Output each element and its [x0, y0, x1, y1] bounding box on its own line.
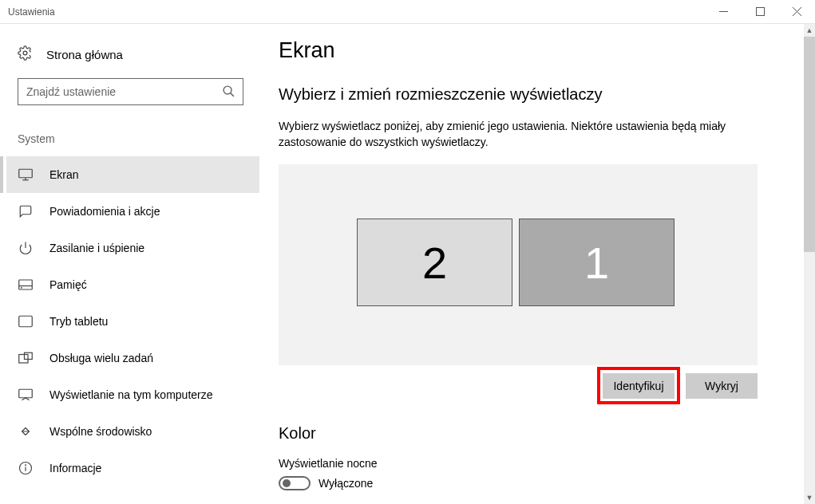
window-title: Ustawienia [0, 6, 55, 18]
toggle-state: Wyłączone [318, 477, 373, 490]
sidebar-item-label: Tryb tabletu [49, 315, 108, 328]
power-icon [18, 240, 34, 256]
sidebar-item-label: Powiadomienia i akcje [49, 205, 160, 218]
svg-line-6 [231, 93, 234, 96]
sidebar-item-wyswietlanie[interactable]: Wyświetlanie na tym komputerze [6, 376, 259, 413]
sidebar-item-label: Ekran [49, 168, 79, 181]
scroll-up-arrow[interactable]: ▲ [804, 24, 815, 37]
svg-point-5 [224, 86, 231, 94]
message-icon [18, 203, 34, 219]
main-content: Ekran Wybierz i zmień rozmieszczenie wyś… [259, 24, 815, 504]
search-icon [222, 85, 235, 100]
display-1[interactable]: 1 [519, 219, 675, 306]
sidebar-item-trybtabletu[interactable]: Tryb tabletu [6, 303, 259, 340]
minimize-button[interactable] [705, 0, 742, 24]
sidebar: Strona główna System Ekran Powiadomienia… [0, 24, 259, 504]
scroll-down-arrow[interactable]: ▼ [804, 491, 815, 504]
svg-point-21 [26, 465, 26, 466]
identify-button[interactable]: Identyfikuj [603, 373, 675, 399]
category-label: System [6, 132, 259, 145]
nightlight-toggle[interactable]: Wyłączone [279, 476, 797, 490]
monitor-icon [18, 167, 34, 183]
detect-button[interactable]: Wykryj [686, 373, 758, 399]
sidebar-item-label: Pamięć [49, 278, 87, 291]
search-input[interactable] [18, 78, 243, 105]
svg-rect-1 [756, 8, 764, 16]
sidebar-item-powiadomienia[interactable]: Powiadomienia i akcje [6, 193, 259, 230]
sidebar-item-zasilanie[interactable]: Zasilanie i uśpienie [6, 230, 259, 266]
sidebar-item-label: Informacje [49, 462, 101, 474]
home-link[interactable]: Strona główna [6, 40, 259, 69]
svg-rect-14 [19, 316, 33, 327]
sidebar-item-label: Wyświetlanie na tym komputerze [49, 388, 213, 401]
section-description: Wybierz wyświetlacz poniżej, aby zmienić… [279, 118, 766, 150]
svg-rect-18 [19, 389, 33, 398]
project-icon [18, 387, 34, 403]
info-icon [18, 460, 34, 476]
sidebar-item-wspolne[interactable]: Wspólne środowisko [6, 413, 259, 450]
maximize-button[interactable] [742, 0, 778, 24]
svg-rect-7 [19, 169, 33, 178]
section-title: Wybierz i zmień rozmieszczenie wyświetla… [279, 85, 797, 104]
sidebar-item-obsluga[interactable]: Obsługa wielu zadań [6, 340, 259, 376]
title-bar: Ustawienia [0, 0, 815, 24]
svg-point-4 [23, 51, 27, 55]
toggle-switch[interactable] [279, 476, 311, 490]
nightlight-label: Wyświetlanie nocne [279, 457, 797, 470]
scrollbar[interactable]: ▲ ▼ [804, 24, 815, 504]
home-label: Strona główna [46, 48, 123, 61]
sidebar-item-informacje[interactable]: Informacje [6, 450, 259, 486]
scrollbar-thumb[interactable] [804, 37, 815, 252]
svg-point-13 [21, 287, 22, 288]
display-2[interactable]: 2 [357, 219, 512, 306]
gear-icon [18, 45, 34, 63]
page-title: Ekran [279, 38, 797, 63]
multitask-icon [18, 350, 34, 366]
tablet-icon [18, 313, 34, 329]
window-controls [705, 0, 815, 24]
color-section-title: Kolor [279, 424, 797, 443]
shared-icon [18, 423, 34, 439]
highlight-box: Identyfikuj [597, 367, 680, 404]
storage-icon [18, 277, 34, 293]
sidebar-item-label: Obsługa wielu zadań [49, 352, 153, 364]
sidebar-item-label: Wspólne środowisko [49, 425, 152, 438]
svg-rect-16 [19, 355, 28, 364]
search-wrap [18, 78, 243, 105]
sidebar-item-label: Zasilanie i uśpienie [49, 242, 144, 254]
sidebar-item-ekran[interactable]: Ekran [6, 156, 259, 193]
sidebar-item-pamiec[interactable]: Pamięć [6, 266, 259, 303]
display-arrangement-area[interactable]: 2 1 [279, 164, 758, 365]
close-button[interactable] [778, 0, 815, 24]
